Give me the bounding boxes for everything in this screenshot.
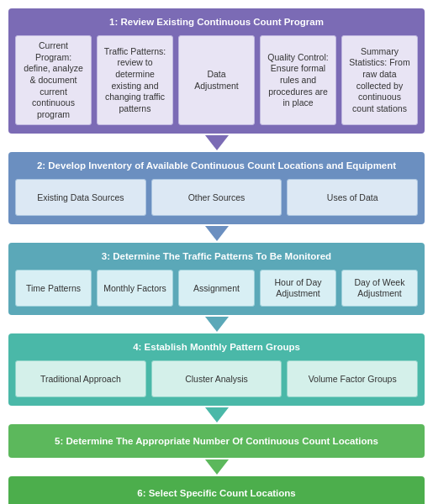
arrow-1 xyxy=(8,224,425,243)
arrow-shape-0 xyxy=(205,135,229,150)
section-header-sec6: 6: Select Specific Count Locations xyxy=(15,481,418,504)
section-header-sec3: 3: Determine The Traffic Patterns To Be … xyxy=(15,248,418,265)
section-items-sec1: Current Program: define, analyze & docum… xyxy=(15,35,418,129)
arrow-shape-2 xyxy=(205,317,229,332)
section-sec6: 6: Select Specific Count Locations xyxy=(8,476,425,504)
arrow-2 xyxy=(8,315,425,333)
item-box-sec4-2: Volume Factor Groups xyxy=(287,360,418,397)
item-box-sec2-0: Existing Data Sources xyxy=(15,179,146,216)
item-box-sec4-1: Cluster Analysis xyxy=(151,360,283,397)
item-box-sec3-3: Hour of Day Adjustment xyxy=(260,270,336,307)
section-sec1: 1: Review Existing Continuous Count Prog… xyxy=(8,8,425,134)
section-header-sec1: 1: Review Existing Continuous Count Prog… xyxy=(15,13,418,30)
section-header-sec5: 5: Determine The Appropriate Number Of C… xyxy=(15,429,418,453)
item-box-sec3-2: Assignment xyxy=(178,270,255,307)
item-box-sec2-2: Uses of Data xyxy=(287,179,418,216)
item-box-sec1-2: Data Adjustment xyxy=(178,35,255,125)
flowchart: 1: Review Existing Continuous Count Prog… xyxy=(8,8,425,504)
section-header-sec2: 2: Develop Inventory of Available Contin… xyxy=(15,157,418,174)
section-sec5: 5: Determine The Appropriate Number Of C… xyxy=(8,424,425,458)
arrow-3 xyxy=(8,406,425,424)
item-box-sec1-4: Summary Statistics: From raw data collec… xyxy=(341,35,418,125)
section-sec3: 3: Determine The Traffic Patterns To Be … xyxy=(8,243,425,315)
arrow-0 xyxy=(8,134,425,152)
item-box-sec1-1: Traffic Patterns: review to determine ex… xyxy=(97,35,173,125)
item-box-sec3-4: Day of Week Adjustment xyxy=(341,270,418,307)
item-box-sec4-0: Traditional Approach xyxy=(15,360,146,397)
item-box-sec2-1: Other Sources xyxy=(151,179,283,216)
section-items-sec2: Existing Data SourcesOther SourcesUses o… xyxy=(15,179,418,219)
item-box-sec3-1: Monthly Factors xyxy=(97,270,173,307)
section-sec2: 2: Develop Inventory of Available Contin… xyxy=(8,152,425,224)
item-box-sec1-3: Quality Control: Ensure formal rules and… xyxy=(260,35,336,125)
arrow-4 xyxy=(8,458,425,476)
arrow-shape-1 xyxy=(205,226,229,241)
section-items-sec4: Traditional ApproachCluster AnalysisVolu… xyxy=(15,360,418,401)
item-box-sec1-0: Current Program: define, analyze & docum… xyxy=(15,35,92,125)
section-header-sec4: 4: Establish Monthly Pattern Groups xyxy=(15,339,418,355)
arrow-shape-4 xyxy=(205,459,229,475)
section-sec4: 4: Establish Monthly Pattern GroupsTradi… xyxy=(8,333,425,406)
section-items-sec3: Time PatternsMonthly FactorsAssignmentHo… xyxy=(15,270,418,310)
arrow-shape-3 xyxy=(205,407,229,423)
item-box-sec3-0: Time Patterns xyxy=(15,270,92,307)
